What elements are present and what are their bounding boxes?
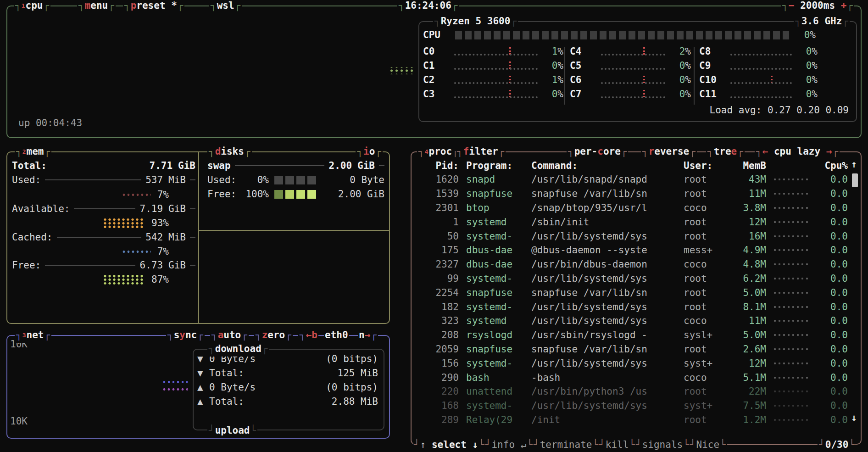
sort-direction-icon[interactable]: ↑ [851,159,857,170]
nice-button[interactable]: ┘Nice└ [690,439,726,450]
preset-button[interactable]: ┐preset *┌ [123,0,184,13]
core-usage: 0% [796,74,818,85]
header-cpu[interactable]: Cpu% [808,160,848,171]
process-row[interactable]: 1620 snapd /usr/lib/snapd/snapd root 43M… [412,173,848,187]
process-row[interactable]: 175 dbus-dae @dbus-daemon --syste mess+ … [412,243,848,257]
reverse-button[interactable]: ┐reverse┌ [641,144,697,159]
proc-box-title[interactable]: ┐4proc┌ [417,144,460,159]
mem-free-gauge-row: 87% [12,273,169,286]
select-button[interactable]: ┘↑ select ↓└ [413,439,485,450]
process-cpu: 0.0 [808,344,848,355]
header-mem[interactable]: MemB [729,160,766,171]
process-cpu-graph [773,404,808,407]
process-row[interactable]: 1539 snapfuse snapfuse /var/lib/sn root … [412,187,848,201]
process-command: snapfuse /var/lib/sn [531,287,684,298]
process-row[interactable]: 168 systemd- /usr/lib/systemd/sys syst+ … [412,399,848,413]
process-row[interactable]: 290 bash -bash coco 5.1M 0.0 [412,370,848,385]
core-usage: 2% [670,46,691,57]
process-cpu: 0.0 [808,386,848,397]
graph-tick [771,76,773,83]
process-mem: 5.1M [729,372,766,383]
process-pid: 208 [412,329,459,340]
process-row[interactable]: 2301 btop /snap/btop/935/usr/l coco 3.8M… [412,201,848,215]
free-gauge [103,275,145,285]
cpu-total-meter [455,31,789,39]
zero-button[interactable]: ┐zero┌ [254,327,293,343]
core-label: C4 [570,46,596,57]
process-row[interactable]: 2327 dbus-dae /usr/bin/dbus-daemon coco … [412,257,848,272]
core-usage: 0% [796,89,818,100]
sort-left-arrow[interactable]: ← [762,146,768,157]
header-program[interactable]: Program: [466,160,529,171]
core-graph [730,61,792,70]
terminate-button[interactable]: ┘terminate└ [533,439,599,450]
mem-box-title[interactable]: ┐2mem┌ [15,144,51,159]
header-command[interactable]: Command: [531,160,684,171]
proc-scrollbar[interactable] [852,173,858,187]
process-user: root [684,414,729,425]
process-cpu: 0.0 [808,358,848,369]
process-mem: 5.0M [729,287,766,298]
disks-toggle[interactable]: ┐disks┌ [207,144,252,159]
graph-tick [509,61,511,69]
process-pid: 220 [412,386,459,397]
auto-button[interactable]: ┐auto┌ [210,327,249,343]
process-command: /usr/lib/systemd/sys [531,231,684,242]
core-row: C10 0% [699,73,818,87]
scroll-down-hint[interactable]: ↓ [851,412,857,423]
signals-button[interactable]: ┘signals└ [635,439,690,450]
wsl-tab[interactable]: ┐wsl┌ [209,0,242,13]
core-column-divider [694,47,695,105]
header-pid[interactable]: Pid: [412,160,459,171]
process-cpu: 0.0 [808,245,848,256]
process-row[interactable]: 50 systemd- /usr/lib/systemd/sys root 16… [412,229,848,243]
process-cpu: 0.0 [808,174,848,185]
sort-column-selector[interactable]: ┐← cpu lazy →┌ [755,144,840,159]
io-toggle[interactable]: ┐io┌ [356,144,383,159]
process-row[interactable]: 323 systemd /usr/lib/systemd/sys coco 11… [412,314,848,328]
used-percent: 7% [157,189,169,200]
cpu-box-title[interactable]: ┐1cpu┌ [14,0,50,13]
core-graph [730,90,792,98]
prev-interface-button[interactable]: ┐←b [298,327,318,343]
sort-right-arrow[interactable]: → [826,146,832,157]
per-core-button[interactable]: ┐per-core┌ [567,144,628,159]
filter-button[interactable]: ┐filter┌ [456,144,506,159]
net-box-title[interactable]: ┐3net┌ [15,327,51,343]
kill-button[interactable]: ┘kill└ [599,439,635,450]
process-user: root [684,217,729,228]
mem-used-row: Used: 537MiB [12,173,195,186]
process-row[interactable]: 2059 snapfuse snapfuse /var/lib/sn root … [412,342,848,357]
process-cpu: 0.0 [808,329,848,340]
process-row[interactable]: 182 systemd- /usr/lib/systemd/sys root 8… [412,300,848,314]
core-graph [730,47,792,56]
info-button[interactable]: ┘info ↵└ [485,439,533,450]
process-pid: 289 [412,414,459,425]
process-row[interactable]: 289 Relay(29 /init root 1.2M 0.0 [412,413,848,427]
sync-button[interactable]: ┐sync┌ [166,327,205,343]
header-user[interactable]: User: [684,160,729,171]
process-cpu-graph [773,362,808,365]
tree-button[interactable]: ┐tree┌ [706,144,745,159]
next-interface-button[interactable]: n→┌ [358,327,378,343]
interface-name: eth0 [324,327,349,343]
interval-decrease-button[interactable]: − [789,0,795,11]
selection-counter: ┘0/30└ [818,439,855,450]
process-program: snapd [466,174,529,185]
process-row[interactable]: 156 systemd- /usr/lib/systemd/sys syst+ … [412,356,848,370]
process-row[interactable]: 99 systemd- /usr/lib/systemd/sys root 6.… [412,272,848,286]
process-pid: 1 [412,217,459,228]
process-row[interactable]: 220 unattend /usr/bin/python3 /us root 2… [412,385,848,399]
core-graph [454,61,538,70]
process-row[interactable]: 2254 snapfuse snapfuse /var/lib/sn root … [412,285,848,300]
core-usage: 0% [670,74,691,85]
net-stat-row: ▼ Total: 125 MiB [197,366,378,380]
process-cpu-graph [773,291,808,294]
process-row[interactable]: 1 systemd /sbin/init root 12M 0.0 [412,215,848,229]
process-program: systemd- [466,231,529,242]
core-graph [601,90,665,98]
interval-increase-button[interactable]: + [841,0,847,11]
menu-button[interactable]: ┐menu┌ [77,0,116,13]
process-row[interactable]: 208 rsyslogd /usr/sbin/rsyslogd - sysl+ … [412,328,848,342]
process-command: /usr/lib/snapd/snapd [531,174,684,185]
